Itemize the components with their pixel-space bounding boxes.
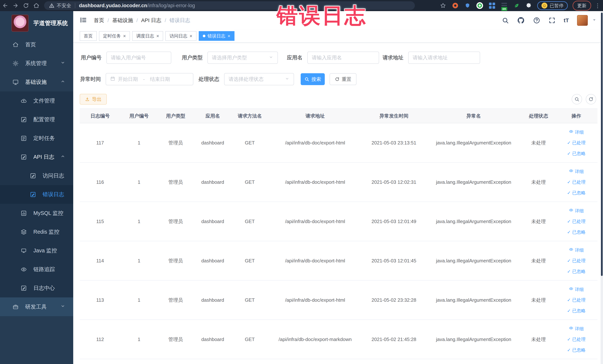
back-icon[interactable] xyxy=(0,1,10,10)
sidebar-item-API 日志[interactable]: API 日志 xyxy=(0,148,73,166)
scrollbar-thumb[interactable] xyxy=(601,13,603,276)
fullscreen-icon[interactable] xyxy=(548,17,556,24)
sidebar-item-访问日志[interactable]: 访问日志 xyxy=(0,166,73,185)
cell-actions: 详细✓已处理✓已忽略 xyxy=(555,247,597,275)
table-row: 1141管理员dashboardGET/api/infra/db-doc/exp… xyxy=(80,241,597,281)
sidebar-item-研发工具[interactable]: 研发工具 xyxy=(0,297,73,316)
extension-green-circle-icon[interactable] xyxy=(476,2,483,9)
sidebar-item-首页[interactable]: 首页 xyxy=(0,35,73,54)
action-link-详细[interactable]: 详细 xyxy=(569,326,584,332)
chrome-menu-icon[interactable]: ⋮ xyxy=(595,2,600,9)
github-icon[interactable] xyxy=(517,16,525,24)
user-id-input[interactable]: 请输入用户编号 xyxy=(106,52,171,64)
action-link-已忽略[interactable]: ✓已忽略 xyxy=(567,229,586,235)
breadcrumb-item-API 日志[interactable]: API 日志 xyxy=(141,17,162,24)
tab-调度日志[interactable]: 调度日志× xyxy=(132,31,163,41)
action-link-已忽略[interactable]: ✓已忽略 xyxy=(567,150,586,157)
export-button[interactable]: 导出 xyxy=(80,94,107,105)
cell-url: /api/infra/db-doc/export-html xyxy=(268,218,362,225)
action-link-详细[interactable]: 详细 xyxy=(569,168,584,175)
sidebar-item-配置管理[interactable]: 配置管理 xyxy=(0,110,73,129)
action-link-详细[interactable]: 详细 xyxy=(569,286,584,293)
close-icon[interactable]: × xyxy=(156,34,159,38)
action-link-详细[interactable]: 详细 xyxy=(569,129,584,135)
breadcrumb-item-首页[interactable]: 首页 xyxy=(94,17,104,24)
app-title: 芋道管理系统 xyxy=(33,19,68,27)
refresh-table-button[interactable] xyxy=(586,94,596,104)
sidebar-item-文件管理[interactable]: 文件管理 xyxy=(0,91,73,110)
action-link-详细[interactable]: 详细 xyxy=(569,208,584,214)
close-icon[interactable]: × xyxy=(123,34,126,38)
check-icon: ✓ xyxy=(567,218,571,224)
paused-extension-pill[interactable]: ☺ 已暂停 xyxy=(537,1,568,10)
action-link-已处理[interactable]: ✓已处理 xyxy=(567,336,586,342)
cell-method: GET xyxy=(232,218,268,225)
check-icon: ✓ xyxy=(567,190,571,196)
browser-update-button[interactable]: 更新 xyxy=(573,1,591,11)
extensions-puzzle-icon[interactable] xyxy=(525,2,532,9)
extension-leaf-icon[interactable] xyxy=(513,2,520,9)
font-size-icon[interactable]: tT xyxy=(564,17,569,23)
calendar-icon xyxy=(110,76,115,82)
security-indicator[interactable]: 不安全 xyxy=(49,2,71,9)
cell-exception: java.lang.IllegalArgumentException xyxy=(425,336,522,343)
forward-icon[interactable] xyxy=(10,1,21,10)
toggle-search-button[interactable] xyxy=(572,94,582,104)
extension-shield-icon[interactable] xyxy=(464,2,471,9)
breadcrumb-item-基础设施[interactable]: 基础设施 xyxy=(112,17,133,24)
sidebar-item-链路追踪[interactable]: 链路追踪 xyxy=(0,260,73,279)
log-edit-icon xyxy=(29,173,37,179)
extension-grid-icon[interactable] xyxy=(488,2,496,9)
sidebar-item-定时任务[interactable]: 定时任务 xyxy=(0,129,73,148)
sidebar-item-系统管理[interactable]: 系统管理 xyxy=(0,54,73,73)
user-type-select[interactable]: 请选择用户类型 xyxy=(208,52,278,64)
bookmark-star-icon[interactable] xyxy=(439,2,447,9)
tab-访问日志[interactable]: 访问日志× xyxy=(165,31,196,41)
cell-app: dashboard xyxy=(194,140,232,146)
cell-id: 117 xyxy=(80,140,120,146)
reload-icon[interactable] xyxy=(21,1,31,10)
action-link-已忽略[interactable]: ✓已忽略 xyxy=(567,268,586,275)
home-nav-icon[interactable] xyxy=(31,1,42,10)
avatar-caret-icon[interactable] xyxy=(592,18,597,23)
tab-首页[interactable]: 首页 xyxy=(80,31,97,41)
cell-time: 2021-05-02 23:32:28 xyxy=(362,297,425,303)
page-scrollbar[interactable] xyxy=(601,11,603,364)
sidebar-item-Redis 监控[interactable]: Redis 监控 xyxy=(0,223,73,241)
action-link-已处理[interactable]: ✓已处理 xyxy=(567,258,586,264)
action-link-已处理[interactable]: ✓已处理 xyxy=(567,140,586,146)
process-status-select[interactable]: 请选择处理状态 xyxy=(224,73,294,85)
sidebar-item-基础设施[interactable]: 基础设施 xyxy=(0,73,73,91)
help-icon[interactable] xyxy=(533,17,540,24)
collapse-sidebar-icon[interactable] xyxy=(80,16,87,24)
close-icon[interactable]: × xyxy=(228,34,231,38)
search-icon[interactable] xyxy=(502,17,509,24)
sidebar-item-MySQL 监控[interactable]: MySQL 监控 xyxy=(0,204,73,223)
action-link-已处理[interactable]: ✓已处理 xyxy=(567,218,586,224)
table-row: 1121管理员dashboardGET/api/infra/db-doc/exp… xyxy=(80,320,597,359)
app-name-input[interactable]: 请输入应用名 xyxy=(307,52,379,64)
action-link-已处理[interactable]: ✓已处理 xyxy=(567,297,586,303)
app-logo-row[interactable]: 芋道管理系统 xyxy=(0,11,73,35)
request-url-input[interactable]: 请输入请求地址 xyxy=(408,52,480,64)
tab-定时任务[interactable]: 定时任务× xyxy=(99,31,130,41)
sidebar-item-错误日志[interactable]: 错误日志 xyxy=(0,185,73,204)
date-range-input[interactable]: 开始日期 - 结束日期 xyxy=(106,73,193,85)
user-avatar[interactable] xyxy=(577,15,588,26)
extension-switch-icon[interactable]: on xyxy=(500,2,508,9)
close-icon[interactable]: × xyxy=(189,34,192,38)
action-link-详细[interactable]: 详细 xyxy=(569,247,584,253)
action-link-已忽略[interactable]: ✓已忽略 xyxy=(567,190,586,196)
action-link-已忽略[interactable]: ✓已忽略 xyxy=(567,308,586,314)
search-button[interactable]: 搜索 xyxy=(301,73,325,85)
sidebar-item-Java 监控[interactable]: Java 监控 xyxy=(0,241,73,260)
action-link-已忽略[interactable]: ✓已忽略 xyxy=(567,347,586,353)
cell-status: 未处理 xyxy=(522,218,555,225)
extension-adblock-icon[interactable] xyxy=(452,2,459,9)
sidebar-item-日志中心[interactable]: 日志中心 xyxy=(0,279,73,297)
action-link-已处理[interactable]: ✓已处理 xyxy=(567,179,586,185)
reset-button[interactable]: 重置 xyxy=(330,73,357,85)
tab-错误日志[interactable]: 错误日志× xyxy=(199,31,234,41)
cloud-upload-icon xyxy=(20,98,27,104)
start-date-placeholder: 开始日期 xyxy=(118,76,138,82)
